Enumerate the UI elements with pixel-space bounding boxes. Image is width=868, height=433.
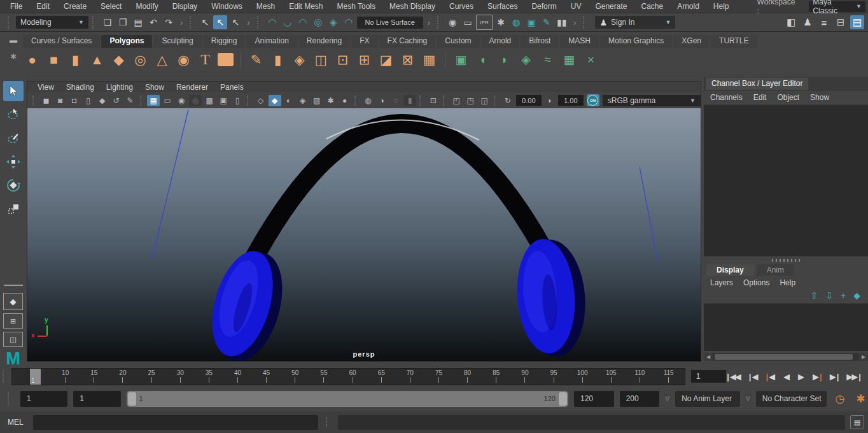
field-chart-icon[interactable]: ▩: [203, 95, 216, 106]
polygon-plane-icon[interactable]: ◆: [109, 50, 128, 69]
shelf-tab[interactable]: Arnold: [481, 35, 520, 48]
motion-blur-icon[interactable]: ◌: [389, 95, 402, 106]
menubar-item[interactable]: Select: [101, 2, 122, 11]
transfer-attributes-icon[interactable]: ×: [582, 50, 600, 69]
shelf-tab[interactable]: Rigging: [203, 35, 246, 48]
grease-pencil-icon[interactable]: ✎: [124, 95, 137, 106]
polygon-sphere-icon[interactable]: ●: [23, 50, 41, 69]
pause-viewport-icon[interactable]: ▮▮: [555, 15, 569, 29]
lights-icon[interactable]: ✱: [325, 95, 337, 106]
polygon-type-icon[interactable]: T: [196, 50, 214, 69]
lattice-icon[interactable]: ⊞: [355, 50, 374, 69]
step-forward-frame-button[interactable]: ▶|: [829, 372, 840, 381]
shelf-tab[interactable]: TURTLE: [711, 35, 757, 48]
film-gate-icon[interactable]: ▭: [161, 95, 174, 106]
multi-cut-icon[interactable]: ✎: [247, 50, 265, 69]
left-ear-cup[interactable]: [200, 243, 294, 361]
right-ear-cup[interactable]: [514, 236, 589, 359]
viewport-3d-view[interactable]: persp y x: [27, 108, 701, 361]
character-set-field[interactable]: No Character Set: [756, 391, 827, 407]
gate-mask-icon[interactable]: ◎: [189, 95, 202, 106]
channel-box-menu-item[interactable]: Edit: [753, 93, 767, 102]
drag-handle[interactable]: [257, 16, 262, 29]
shelf-tab[interactable]: MASH: [560, 35, 599, 48]
make-live-icon[interactable]: ◠: [342, 15, 356, 29]
timeline-tick[interactable]: 20: [108, 369, 137, 385]
collapse-arrow-icon[interactable]: ›: [180, 18, 183, 27]
menubar-item[interactable]: Help: [713, 2, 729, 11]
timeline-tick[interactable]: 75: [424, 369, 453, 385]
timeline-tick[interactable]: 10: [51, 369, 80, 385]
horizontal-scrollbar[interactable]: ◀ ▶: [704, 353, 868, 361]
shelf-tab[interactable]: FX Caching: [379, 35, 436, 48]
svg-tool-icon[interactable]: svg: [218, 53, 234, 66]
mel-label[interactable]: MEL: [8, 418, 28, 427]
menubar-item[interactable]: Mesh: [256, 2, 275, 11]
script-editor-icon[interactable]: ▤: [850, 415, 864, 429]
shelf-tab[interactable]: Animation: [246, 35, 297, 48]
wireframe-on-shaded-icon[interactable]: ▨: [311, 95, 323, 106]
timeline-tick[interactable]: 15: [80, 369, 108, 385]
menubar-item[interactable]: Generate: [595, 2, 627, 11]
shadows-icon[interactable]: ◍: [361, 95, 374, 106]
light-editor-icon[interactable]: ◍: [509, 15, 523, 29]
drag-handle[interactable]: [354, 96, 359, 106]
anim-layer-field[interactable]: No Anim Layer: [675, 391, 740, 407]
headphones-band[interactable]: [248, 120, 551, 269]
save-scene-icon[interactable]: ▤: [131, 15, 145, 29]
timeline-tick[interactable]: 35: [195, 369, 223, 385]
drag-handle[interactable]: [8, 392, 12, 405]
drag-handle[interactable]: [437, 16, 442, 29]
channel-box-tab[interactable]: Channel Box / Layer Editor: [706, 78, 808, 90]
render-settings-icon[interactable]: ✱: [494, 15, 508, 29]
go-to-end-button[interactable]: ▶▶|: [845, 372, 862, 381]
pane-image-icon[interactable]: ◲: [478, 95, 491, 106]
shelf-tab[interactable]: Sculpting: [153, 35, 201, 48]
viewport-menu-item[interactable]: Renderer: [176, 83, 208, 92]
timeline-tick[interactable]: 40: [223, 369, 252, 385]
layer-editor-menu-item[interactable]: Options: [743, 278, 769, 287]
mirror-icon[interactable]: ◈: [290, 50, 309, 69]
scale-tool[interactable]: [3, 199, 24, 219]
timeline-tick[interactable]: 60: [338, 369, 367, 385]
shelf-tab[interactable]: Motion Graphics: [600, 35, 672, 48]
four-view-layout-button[interactable]: ⊞: [3, 313, 23, 329]
select-hierarchy-icon[interactable]: ↖: [198, 15, 212, 29]
safe-title-icon[interactable]: ▯: [231, 95, 244, 106]
polygon-pipe-icon[interactable]: ◉: [174, 50, 193, 69]
current-frame-marker[interactable]: 1: [30, 369, 41, 385]
safe-action-icon[interactable]: ▣: [217, 95, 230, 106]
menubar-item[interactable]: File: [10, 2, 22, 11]
timeline-tick[interactable]: 115: [654, 369, 683, 385]
colorspace-dropdown[interactable]: sRGB gamma ▼: [603, 95, 701, 106]
multisample-icon[interactable]: ▮: [403, 95, 416, 106]
lasso-tool[interactable]: [3, 104, 24, 125]
layer-editor-menu-item[interactable]: Layers: [710, 278, 733, 287]
create-layer-from-selected-icon[interactable]: ◆: [853, 290, 860, 301]
viewport-menu-item[interactable]: Lighting: [106, 83, 133, 92]
viewport-menu-item[interactable]: View: [38, 83, 54, 92]
layer-editor-tab[interactable]: Display: [706, 264, 754, 276]
modeling-toolkit-icon[interactable]: ◧: [784, 15, 798, 29]
create-empty-layer-icon[interactable]: +: [841, 290, 846, 301]
sculpt-mesh-icon[interactable]: ▣: [452, 50, 470, 69]
tool-settings-icon[interactable]: ⊟: [834, 15, 848, 29]
character-controls-icon[interactable]: ♟: [801, 15, 815, 29]
textures-icon[interactable]: ●: [339, 95, 351, 106]
drag-handle[interactable]: [583, 16, 587, 29]
drag-handle[interactable]: [3, 370, 7, 383]
play-backwards-button[interactable]: ◀: [782, 372, 791, 381]
timeline-ruler[interactable]: 1 5 10 15 20 25 30 35 40: [11, 368, 685, 385]
menu-set-dropdown[interactable]: Modeling ▼: [16, 16, 88, 29]
animation-start-field[interactable]: 1: [20, 391, 67, 407]
tear-off-pane-icon[interactable]: ◳: [464, 95, 477, 106]
select-tool[interactable]: [3, 81, 24, 101]
animation-preferences-icon[interactable]: ✱: [853, 392, 868, 406]
gamma-field[interactable]: 1.00: [558, 95, 584, 106]
menubar-item[interactable]: Mesh Tools: [337, 2, 375, 11]
move-tool[interactable]: [3, 152, 24, 172]
copy-pane-icon[interactable]: ◰: [450, 95, 463, 106]
chevron-down-icon[interactable]: ▽: [746, 395, 750, 402]
channel-box-menu-item[interactable]: Object: [777, 93, 799, 102]
shelf-tab[interactable]: Custom: [437, 35, 479, 48]
